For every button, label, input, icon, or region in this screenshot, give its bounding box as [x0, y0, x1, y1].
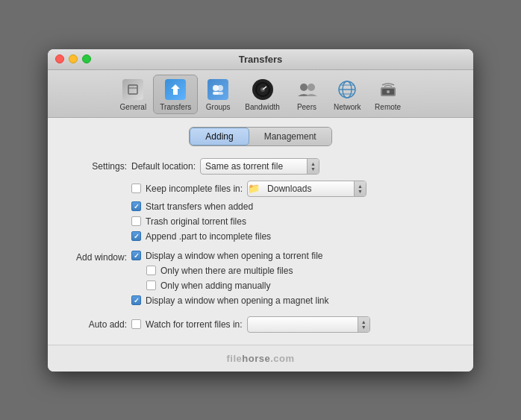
start-transfers-row: Start transfers when added — [131, 201, 461, 212]
append-part-label: Append .part to incomplete files — [146, 231, 271, 242]
bandwidth-label: Bandwidth — [245, 103, 280, 111]
auto-add-row: Auto add: Watch for torrent files in: ▲ … — [60, 316, 461, 333]
default-location-label: Default location: — [131, 161, 196, 172]
toolbar-item-general[interactable]: General — [113, 75, 153, 114]
content-area: Adding Management Settings: Default loca… — [48, 118, 473, 345]
general-label: General — [120, 103, 147, 111]
groups-label: Groups — [206, 103, 231, 111]
select-arrows-location[interactable]: ▲ ▼ — [307, 159, 319, 174]
toolbar-item-transfers[interactable]: Transfers — [153, 75, 198, 114]
transfers-icon — [163, 78, 187, 101]
window-controls — [55, 54, 91, 63]
only-multiple-row: Only when there are multiple files — [146, 266, 328, 276]
select-arrows-downloads[interactable]: ▲ ▼ — [354, 181, 366, 196]
add-window-checkboxes: Display a window when opening a torrent … — [131, 251, 328, 306]
watch-checkbox[interactable] — [131, 319, 141, 329]
folder-icon: 📁 — [248, 183, 260, 194]
trash-original-label: Trash original torrent files — [146, 216, 246, 227]
watermark-prefix: file — [226, 353, 242, 364]
toolbar-item-groups[interactable]: Groups — [198, 75, 238, 114]
toolbar-item-peers[interactable]: Peers — [287, 75, 327, 114]
add-window-section: Add window: Display a window when openin… — [60, 251, 461, 306]
default-location-value: Same as torrent file — [201, 161, 307, 172]
bottom-bar: filehorse.com — [48, 345, 473, 372]
only-manually-label: Only when adding manually — [160, 280, 270, 291]
transfers-label: Transfers — [160, 103, 191, 111]
select-arrows-watch[interactable]: ▲ ▼ — [358, 317, 369, 332]
svg-point-20 — [387, 90, 390, 93]
display-magnet-checkbox[interactable] — [131, 295, 141, 305]
remote-icon — [376, 78, 400, 101]
minimize-button[interactable] — [69, 54, 78, 63]
display-magnet-row: Display a window when opening a magnet l… — [131, 295, 328, 306]
downloads-value: Downloads — [263, 184, 354, 194]
keep-incomplete-checkbox[interactable] — [131, 184, 141, 193]
append-part-checkbox[interactable] — [131, 231, 141, 241]
keep-incomplete-row: Keep incomplete files in: 📁 Downloads ▲ … — [131, 181, 461, 197]
add-window-label: Add window: — [60, 251, 127, 263]
display-magnet-label: Display a window when opening a magnet l… — [146, 295, 328, 306]
window-title: Transfers — [239, 54, 283, 65]
settings-label: Settings: — [60, 161, 127, 172]
downloads-select[interactable]: 📁 Downloads ▲ ▼ — [247, 181, 366, 197]
watch-label: Watch for torrent files in: — [146, 319, 243, 330]
append-part-row: Append .part to incomplete files — [131, 231, 461, 242]
tab-bar: Adding Management — [60, 127, 461, 146]
svg-point-4 — [217, 85, 223, 91]
network-icon — [335, 78, 359, 101]
svg-point-11 — [300, 84, 308, 91]
start-transfers-checkbox[interactable] — [131, 201, 141, 211]
peers-icon — [295, 78, 319, 101]
titlebar: Transfers — [48, 49, 473, 70]
display-torrent-label: Display a window when opening a torrent … — [146, 251, 322, 261]
toolbar: General Transfers — [48, 70, 473, 118]
tab-management[interactable]: Management — [249, 128, 331, 145]
keep-incomplete-label: Keep incomplete files in: — [146, 184, 243, 194]
svg-rect-0 — [128, 85, 137, 94]
toolbar-item-network[interactable]: Network — [327, 75, 368, 114]
svg-point-12 — [308, 84, 315, 91]
watermark-suffix: .com — [270, 353, 294, 364]
settings-row: Settings: Default location: Same as torr… — [60, 158, 461, 175]
groups-icon — [206, 78, 230, 101]
svg-rect-6 — [217, 92, 223, 95]
auto-add-label: Auto add: — [60, 319, 127, 330]
bandwidth-icon — [251, 78, 275, 101]
default-location-select[interactable]: Same as torrent file ▲ ▼ — [200, 158, 319, 175]
svg-marker-2 — [171, 84, 180, 95]
watermark-horse: horse — [242, 353, 270, 364]
display-torrent-row: Display a window when opening a torrent … — [131, 251, 328, 261]
maximize-button[interactable] — [82, 54, 91, 63]
watch-folder-select[interactable]: ▲ ▼ — [247, 316, 370, 333]
tab-adding[interactable]: Adding — [190, 128, 249, 145]
close-button[interactable] — [55, 54, 64, 63]
tab-group: Adding Management — [189, 127, 331, 146]
general-icon — [121, 78, 145, 101]
only-multiple-label: Only when there are multiple files — [160, 266, 293, 276]
watermark: filehorse.com — [226, 353, 294, 364]
trash-original-row: Trash original torrent files — [131, 216, 461, 227]
peers-label: Peers — [297, 103, 316, 111]
network-label: Network — [334, 103, 361, 111]
display-torrent-checkbox[interactable] — [131, 251, 141, 260]
remote-label: Remote — [375, 103, 401, 111]
start-transfers-label: Start transfers when added — [146, 201, 253, 212]
trash-original-checkbox[interactable] — [131, 216, 141, 226]
toolbar-item-bandwidth[interactable]: Bandwidth — [238, 75, 287, 114]
only-manually-row: Only when adding manually — [146, 280, 328, 291]
only-manually-checkbox[interactable] — [146, 280, 156, 290]
only-multiple-checkbox[interactable] — [146, 266, 156, 275]
toolbar-item-remote[interactable]: Remote — [368, 75, 408, 114]
